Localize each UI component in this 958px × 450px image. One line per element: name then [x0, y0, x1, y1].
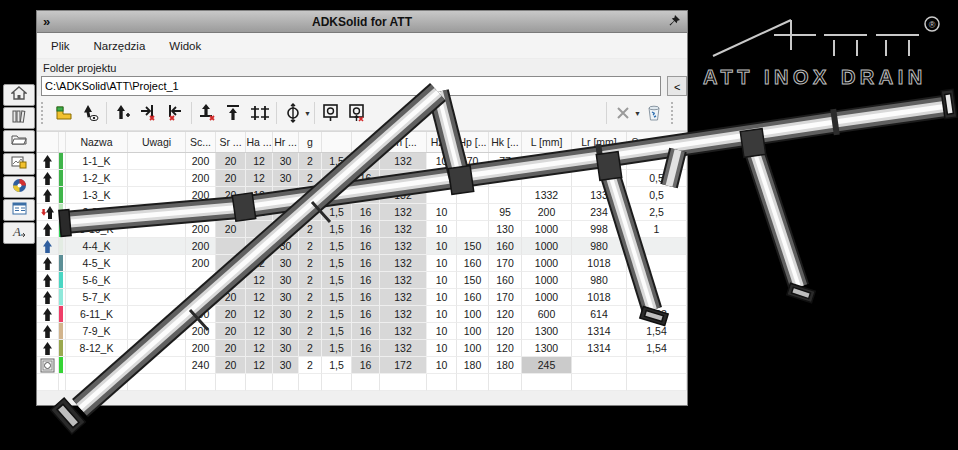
table-row[interactable]: 1-3_K20020121,51613213321330,5: [37, 187, 687, 204]
cell[interactable]: 998: [572, 221, 627, 238]
side-tab-home[interactable]: [3, 84, 35, 106]
empty-cell[interactable]: [380, 374, 427, 391]
select-eye-icon[interactable]: [77, 100, 103, 126]
cell[interactable]: [627, 153, 687, 170]
cell[interactable]: 2: [299, 221, 322, 238]
cell[interactable]: 1-3_K: [66, 187, 128, 204]
empty-cell[interactable]: [66, 374, 128, 391]
cell[interactable]: 100: [457, 323, 489, 340]
cell[interactable]: 30: [273, 272, 299, 289]
column-header[interactable]: L [mm]: [522, 132, 572, 152]
cell[interactable]: [299, 187, 322, 204]
cell[interactable]: 160: [489, 272, 522, 289]
cell[interactable]: [427, 187, 457, 204]
cell[interactable]: 16: [352, 357, 380, 374]
cell[interactable]: 12: [246, 272, 273, 289]
row-color-bar[interactable]: [59, 357, 66, 374]
cell[interactable]: 3-10_K: [66, 221, 128, 238]
table-row[interactable]: 4-5_K200123021,5161321016017010001018: [37, 255, 687, 272]
cell[interactable]: [457, 170, 489, 187]
cell[interactable]: 3,33: [627, 306, 687, 323]
menu-narzedzia[interactable]: Narzędzia: [84, 37, 156, 55]
cell[interactable]: 1,54: [627, 323, 687, 340]
cell[interactable]: 0,5: [627, 170, 687, 187]
cell[interactable]: 132: [380, 221, 427, 238]
row-color-bar[interactable]: [59, 187, 66, 204]
table-row[interactable]: 2-8_K200201221,51613210952002342,5: [37, 204, 687, 221]
cell[interactable]: 30: [273, 340, 299, 357]
cell[interactable]: 10: [427, 170, 457, 187]
empty-cell[interactable]: [322, 374, 352, 391]
cell[interactable]: 132: [380, 272, 427, 289]
table-row[interactable]: 4-4_K2003021,516132101501601000980: [37, 238, 687, 255]
cell[interactable]: 160: [457, 255, 489, 272]
cell[interactable]: 95: [489, 204, 522, 221]
cell[interactable]: [627, 255, 687, 272]
cell[interactable]: 20: [216, 340, 246, 357]
cell[interactable]: 4-4_K: [66, 238, 128, 255]
row-direction-icon[interactable]: [37, 289, 59, 306]
collapse-path-button[interactable]: <: [667, 76, 687, 96]
cell[interactable]: 30: [273, 323, 299, 340]
column-header[interactable]: [352, 132, 380, 152]
cell[interactable]: 1,5: [322, 221, 352, 238]
cell[interactable]: [128, 340, 186, 357]
cell[interactable]: [273, 204, 299, 221]
cell[interactable]: 1300: [522, 340, 572, 357]
cell[interactable]: [572, 357, 627, 374]
cell[interactable]: 10: [427, 323, 457, 340]
cell[interactable]: 132: [380, 306, 427, 323]
side-tab-drawing-tools[interactable]: [3, 153, 35, 175]
cell[interactable]: 10: [427, 357, 457, 374]
cell[interactable]: 200: [186, 153, 216, 170]
cell[interactable]: 10: [427, 204, 457, 221]
cell[interactable]: 200: [186, 187, 216, 204]
cell[interactable]: 200: [186, 238, 216, 255]
symmetry-stretch-icon[interactable]: [247, 100, 273, 126]
cell[interactable]: 20: [216, 153, 246, 170]
cell[interactable]: [128, 238, 186, 255]
cell[interactable]: 200: [186, 255, 216, 272]
empty-cell[interactable]: [457, 374, 489, 391]
toolbar-grip[interactable]: [41, 102, 47, 124]
table-row[interactable]: 5-6_K20123021,516132101501601000980: [37, 272, 687, 289]
insert-left-stop-icon[interactable]: [162, 100, 188, 126]
cell[interactable]: [457, 187, 489, 204]
box-point-move-icon[interactable]: [344, 100, 370, 126]
cell[interactable]: 132: [380, 289, 427, 306]
cell[interactable]: 132: [380, 323, 427, 340]
cell[interactable]: 10: [427, 238, 457, 255]
cell[interactable]: [627, 272, 687, 289]
cell[interactable]: 20: [216, 289, 246, 306]
cell[interactable]: 2,5: [627, 204, 687, 221]
pin-icon[interactable]: [668, 14, 681, 32]
column-header[interactable]: Ha ...: [246, 132, 273, 152]
column-header[interactable]: Hz...: [427, 132, 457, 152]
cell[interactable]: 16: [352, 340, 380, 357]
cell[interactable]: 2: [299, 357, 322, 374]
row-color-bar[interactable]: [59, 238, 66, 255]
cell[interactable]: 30: [273, 255, 299, 272]
cell[interactable]: 16: [352, 170, 380, 187]
empty-cell[interactable]: [427, 374, 457, 391]
raise-from-base-icon[interactable]: [195, 100, 221, 126]
cell[interactable]: 16: [352, 289, 380, 306]
cell[interactable]: 180: [457, 357, 489, 374]
cell[interactable]: 200: [186, 306, 216, 323]
column-header[interactable]: g: [299, 132, 322, 152]
cell[interactable]: [572, 170, 627, 187]
column-header[interactable]: [59, 132, 66, 152]
row-direction-icon[interactable]: [37, 221, 59, 238]
row-color-bar[interactable]: [59, 255, 66, 272]
cell[interactable]: 2: [299, 306, 322, 323]
cell[interactable]: 170: [489, 289, 522, 306]
cell[interactable]: 200: [186, 221, 216, 238]
cell[interactable]: 100: [457, 306, 489, 323]
cell[interactable]: 100: [457, 340, 489, 357]
row-color-bar[interactable]: [59, 340, 66, 357]
cell[interactable]: 5-6_K: [66, 272, 128, 289]
cell[interactable]: 245: [522, 357, 572, 374]
cell[interactable]: 200: [522, 204, 572, 221]
cell[interactable]: 16: [352, 187, 380, 204]
column-header[interactable]: Hk [...: [489, 132, 522, 152]
